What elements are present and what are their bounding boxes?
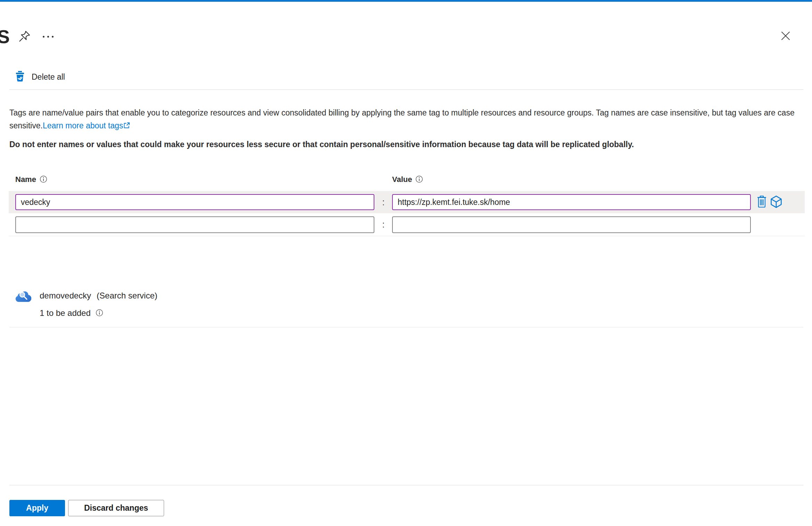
delete-all-button[interactable]: Delete all <box>16 69 65 85</box>
info-icon <box>415 175 423 184</box>
cube-icon <box>770 195 782 209</box>
colon-separator: : <box>379 191 388 213</box>
blade-title-fragment: S <box>0 26 10 49</box>
close-icon <box>780 31 791 42</box>
discard-changes-button[interactable]: Discard changes <box>68 500 164 516</box>
pin-icon <box>18 30 31 43</box>
tags-description: Tags are name/value pairs that enable yo… <box>9 106 807 151</box>
resource-pending-row: 1 to be added <box>15 308 157 318</box>
divider <box>9 327 803 327</box>
blade-title-text: S <box>0 26 10 47</box>
name-column-header: Name <box>15 174 47 185</box>
tag-name-input-2[interactable] <box>15 216 374 233</box>
tag-row-2: : <box>9 213 805 236</box>
resource-scope-button[interactable] <box>769 194 783 210</box>
colon-separator: : <box>379 213 388 236</box>
divider <box>9 89 803 90</box>
external-link-icon <box>123 121 130 130</box>
resource-name: demovedecky <box>40 291 91 301</box>
value-info-button[interactable] <box>415 175 423 184</box>
delete-all-icon <box>16 71 24 83</box>
tags-warning: Do not enter names or values that could … <box>9 138 807 151</box>
value-column-header: Value <box>392 174 423 185</box>
more-options-button[interactable] <box>40 30 56 43</box>
resource-row: demovedecky (Search service) <box>15 287 157 305</box>
ellipsis-icon <box>43 36 44 38</box>
tag-value-input-2[interactable] <box>392 216 751 233</box>
pending-count-label: 1 to be added <box>40 308 91 318</box>
delete-tag-button[interactable] <box>755 194 769 210</box>
close-blade-button[interactable] <box>778 29 793 44</box>
name-info-button[interactable] <box>40 175 47 184</box>
resource-summary: demovedecky (Search service) 1 to be add… <box>15 287 157 318</box>
top-accent-bar <box>0 0 812 2</box>
delete-all-label: Delete all <box>32 72 65 82</box>
tag-row-1: : <box>9 191 805 213</box>
pending-info-button[interactable] <box>96 309 103 318</box>
info-icon <box>96 309 103 318</box>
divider <box>9 485 803 485</box>
learn-more-link[interactable]: Learn more about tags <box>43 121 123 130</box>
search-service-icon <box>15 289 31 303</box>
tag-name-input-1[interactable] <box>15 194 374 210</box>
tag-value-input-1[interactable] <box>392 194 751 210</box>
tags-description-paragraph: Tags are name/value pairs that enable yo… <box>9 106 807 132</box>
info-icon <box>40 175 47 184</box>
trash-icon <box>757 196 766 209</box>
apply-button[interactable]: Apply <box>9 500 65 516</box>
pin-button[interactable] <box>17 29 32 44</box>
resource-type: (Search service) <box>97 291 157 301</box>
